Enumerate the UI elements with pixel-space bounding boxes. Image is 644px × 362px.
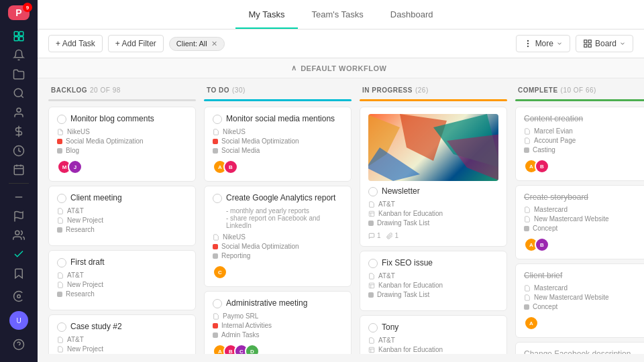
card-subtitle: - monthly and yearly reports - share rep… (213, 207, 343, 229)
tag-icon (368, 221, 374, 226)
filter-remove-icon[interactable]: ✕ (211, 40, 217, 48)
avatar: C (213, 265, 227, 280)
sidebar-item-folder[interactable] (7, 66, 31, 82)
card-newsletter[interactable]: Newsletter AT&T Kanban for Education Dra… (360, 107, 507, 247)
card-first-draft[interactable]: First draft AT&T New Project (48, 250, 196, 310)
card-meta: NikeUS Social Media Optimization Reporti… (213, 233, 343, 259)
card-monitor-blog[interactable]: Monitor blog comments NikeUS Social Medi… (48, 107, 196, 182)
svg-rect-25 (588, 44, 591, 47)
card-content-creation[interactable]: Content creation Marcel Evian Account Pa… (515, 107, 644, 181)
card-client-meeting[interactable]: Client meeting AT&T New Project (48, 186, 196, 246)
card-meta: AT&T Kanban for Education (368, 337, 498, 353)
card-title: Fix SEO issue (368, 258, 498, 268)
sidebar-item-users[interactable] (7, 227, 31, 243)
tag-icon (213, 333, 218, 338)
svg-point-19 (527, 40, 528, 41)
card-title: Content creation (524, 114, 644, 123)
card-title: Monitor social media mentions (213, 114, 343, 124)
sidebar-item-help[interactable] (7, 333, 31, 357)
avatar: B (535, 159, 549, 174)
card-meta: Paymo SRL Internal Activities Admin Task… (213, 312, 343, 339)
card-title: Create storyboard (524, 192, 644, 202)
sidebar-item-settings[interactable] (7, 284, 31, 308)
meta-row: Blog (57, 147, 187, 154)
card-admin-meeting[interactable]: Administrative meeting Paymo SRL Interna… (204, 291, 352, 354)
sidebar-item-search[interactable] (7, 85, 31, 101)
card-client-brief[interactable]: Client brief Mastercard New Mastercard W… (515, 263, 644, 338)
card-avatars: A B C D (213, 344, 343, 354)
meta-row: NikeUS (57, 128, 187, 135)
more-button[interactable]: More (516, 35, 570, 52)
tag-icon (368, 292, 374, 298)
sidebar-item-minus[interactable] (7, 189, 31, 205)
column-inprogress: IN PROGRESS (26) Newsletter AT&T Kanban … (360, 86, 507, 354)
svg-rect-0 (14, 32, 18, 36)
svg-rect-26 (369, 211, 374, 217)
card-meta: AT&T New Project Research (57, 207, 187, 233)
card-title: Client meeting (57, 193, 187, 203)
tag-icon (213, 244, 218, 249)
complete-cards: Content creation Marcel Evian Account Pa… (515, 107, 644, 354)
card-tony[interactable]: Tony AT&T Kanban for Education (360, 315, 507, 354)
tag-icon (213, 148, 218, 154)
tag-icon (213, 139, 218, 144)
svg-rect-9 (14, 166, 23, 175)
board-view-button[interactable]: Board (576, 35, 633, 52)
tag-icon (57, 227, 62, 233)
backlog-indicator (48, 99, 196, 101)
add-task-button[interactable]: + Add Task (48, 35, 103, 52)
tag-icon (57, 139, 62, 144)
inprogress-indicator (360, 99, 507, 101)
sidebar-item-dollar[interactable] (7, 123, 31, 139)
sidebar-item-clock[interactable] (7, 142, 31, 158)
card-image (368, 114, 498, 181)
card-title: Create Google Analytics report (213, 193, 343, 203)
todo-cards: Monitor social media mentions NikeUS Soc… (204, 107, 352, 354)
tab-my-tasks[interactable]: My Tasks (235, 1, 299, 29)
svg-point-4 (14, 89, 22, 97)
task-status-icon (368, 187, 378, 196)
top-navigation: My Tasks Team's Tasks Dashboard (38, 0, 644, 29)
meta-row: Social Media Optimization (57, 137, 187, 145)
card-google-analytics[interactable]: Create Google Analytics report - monthly… (204, 186, 352, 287)
card-case-study[interactable]: Case study #2 AT&T New Project (48, 314, 196, 354)
card-create-storyboard[interactable]: Create storyboard Mastercard New Masterc… (515, 185, 644, 259)
task-status-icon (368, 259, 378, 268)
tab-dashboard[interactable]: Dashboard (377, 1, 447, 29)
card-change-facebook[interactable]: Change Facebook description NikeUS Kanba… (515, 342, 644, 354)
complete-indicator (515, 99, 644, 101)
avatar: A (524, 316, 539, 330)
card-meta: NikeUS Social Media Optimization Social … (213, 128, 343, 154)
card-fix-seo[interactable]: Fix SEO issue AT&T Kanban for Education … (360, 251, 507, 311)
user-avatar[interactable]: U (9, 311, 28, 330)
sidebar: P 9 U (0, 0, 38, 362)
workflow-header[interactable]: ∧ DEFAULT WORKFLOW (38, 58, 644, 78)
column-header-inprogress: IN PROGRESS (26) (360, 86, 507, 99)
add-filter-button[interactable]: + Add Filter (108, 35, 164, 52)
sidebar-item-home[interactable] (7, 28, 31, 44)
sidebar-item-calendar[interactable] (7, 162, 31, 178)
card-meta: NikeUS Social Media Optimization Blog (57, 128, 187, 154)
card-meta: AT&T Kanban for Education Drawing Task L… (368, 200, 498, 227)
tag-icon (57, 148, 62, 154)
sidebar-item-flag[interactable] (7, 208, 31, 224)
sidebar-item-user[interactable] (7, 104, 31, 120)
sidebar-item-bell[interactable] (7, 47, 31, 63)
tag-icon (524, 147, 529, 153)
card-meta: Marcel Evian Account Page Casting (524, 127, 644, 154)
column-todo: TO DO (30) Monitor social media mentions… (204, 86, 352, 354)
nav-tabs: My Tasks Team's Tasks Dashboard (235, 1, 447, 28)
card-title: Monitor blog comments (57, 114, 187, 124)
tab-teams-tasks[interactable]: Team's Tasks (298, 1, 376, 29)
card-title: Administrative meeting (213, 298, 343, 308)
sidebar-item-check[interactable] (7, 246, 31, 262)
client-filter-badge[interactable]: Client: All ✕ (169, 37, 225, 51)
task-status-icon (368, 323, 378, 333)
sidebar-item-bookmark[interactable] (7, 265, 31, 282)
app-logo[interactable]: P 9 (8, 5, 30, 20)
task-status-icon (57, 322, 66, 332)
card-monitor-social[interactable]: Monitor social media mentions NikeUS Soc… (204, 107, 352, 182)
meta-row: New Project (57, 217, 187, 224)
column-complete: COMPLETE (10 of 66) Content creation Mar… (515, 86, 644, 354)
card-title: Case study #2 (57, 322, 187, 332)
